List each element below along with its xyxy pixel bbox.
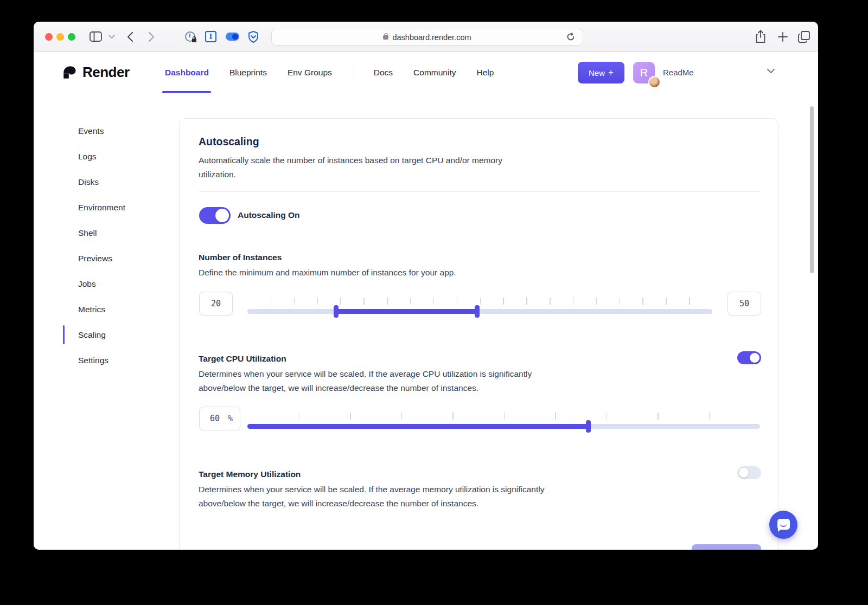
service-sidebar: EventsLogsDisksEnvironmentShellPreviewsJ… (34, 93, 179, 550)
url-text: dashboard.render.com (392, 33, 471, 42)
sidebar-item-label: Jobs (78, 279, 96, 289)
nav-item-dashboard[interactable]: Dashboard (165, 68, 209, 78)
brand-name: Render (82, 64, 130, 81)
forward-icon[interactable] (148, 31, 155, 42)
new-tab-icon[interactable] (777, 31, 788, 42)
render-logo[interactable]: Render (62, 64, 130, 81)
sidebar-item-label: Shell (78, 228, 97, 238)
instances-slider-ticks (247, 298, 712, 305)
sidebar-item-label: Disks (78, 177, 99, 187)
sidebar-item-disks[interactable]: Disks (34, 169, 179, 195)
browser-toolbar: I dashboard.render.com (34, 22, 818, 52)
onepassword-icon[interactable] (185, 31, 195, 42)
instances-slider-fill (336, 309, 477, 314)
chat-widget-button[interactable] (769, 511, 797, 539)
instances-label: Number of Instances (199, 253, 282, 262)
sidebar-item-logs[interactable]: Logs (34, 144, 179, 169)
page-scrollbar[interactable] (810, 106, 814, 273)
app-header: Render Dashboard Blueprints Env Groups D… (34, 52, 818, 93)
sidebar-item-shell[interactable]: Shell (34, 220, 179, 246)
page-subtitle: Automatically scale the number of instan… (199, 153, 519, 182)
sidebar-item-label: Events (78, 126, 104, 136)
cpu-target-input[interactable]: 60 % (199, 407, 240, 430)
cpu-label: Target CPU Utilization (199, 354, 286, 364)
workspace-name: ReadMe (663, 68, 694, 77)
address-bar[interactable]: dashboard.render.com (271, 29, 583, 46)
sidebar-item-metrics[interactable]: Metrics (34, 297, 179, 322)
sidebar-item-label: Metrics (78, 305, 105, 314)
account-chevron-down-icon[interactable] (767, 69, 775, 74)
sidebar-item-scaling[interactable]: Scaling (34, 322, 179, 347)
save-changes-button[interactable]: Save Changes (692, 544, 761, 550)
shield-icon[interactable] (247, 30, 259, 43)
max-instances-input[interactable]: 50 (727, 292, 761, 316)
nav-active-underline (162, 91, 211, 93)
plus-icon: + (608, 67, 614, 78)
reload-icon[interactable] (566, 33, 575, 41)
autoscaling-toggle[interactable] (199, 207, 231, 224)
sidebar-item-label: Scaling (78, 330, 106, 340)
sidebar-item-label: Settings (78, 356, 108, 365)
percent-unit: % (228, 414, 233, 423)
nav-divider (354, 65, 354, 81)
cpu-description: Determines when your service will be sca… (199, 367, 578, 395)
sidebar-item-events[interactable]: Events (34, 118, 179, 144)
min-instances-input[interactable]: 20 (199, 292, 233, 316)
sidebar-item-label: Environment (78, 203, 125, 213)
cpu-slider-ticks (247, 413, 760, 420)
nav-item-docs[interactable]: Docs (374, 68, 393, 78)
sidebar-item-settings[interactable]: Settings (34, 347, 179, 373)
nav-item-env-groups[interactable]: Env Groups (288, 68, 332, 78)
memory-label: Target Memory Utilization (199, 469, 301, 479)
zoom-window-button[interactable] (68, 33, 75, 41)
nav-item-blueprints[interactable]: Blueprints (229, 68, 267, 78)
chat-bubble-icon (777, 519, 790, 530)
autoscaling-toggle-label: Autoscaling On (238, 210, 300, 220)
nav-item-community[interactable]: Community (413, 68, 456, 78)
new-button[interactable]: New + (578, 62, 624, 83)
instances-range-slider[interactable] (247, 309, 712, 314)
render-logo-icon (62, 65, 77, 80)
active-indicator (63, 325, 65, 344)
cpu-slider[interactable] (247, 424, 760, 429)
sidebar-item-label: Logs (78, 152, 97, 162)
toolbar-chevron-down-icon[interactable] (108, 35, 115, 39)
cpu-toggle[interactable] (737, 351, 761, 364)
minimize-window-button[interactable] (56, 33, 64, 41)
primary-nav: Dashboard Blueprints Env Groups Docs Com… (165, 52, 494, 93)
tabs-icon[interactable] (797, 30, 810, 43)
nav-item-help[interactable]: Help (476, 68, 494, 78)
share-icon[interactable] (755, 30, 766, 44)
page-title: Autoscaling (199, 136, 259, 148)
reader-icon[interactable]: I (205, 31, 216, 42)
memory-toggle[interactable] (737, 466, 761, 479)
user-photo-avatar[interactable] (648, 76, 661, 88)
memory-description: Determines when your service will be sca… (199, 482, 578, 511)
sidebar-item-environment[interactable]: Environment (34, 195, 179, 220)
browser-window: I dashboard.render.com (34, 22, 818, 550)
divider (199, 191, 761, 192)
cpu-slider-handle[interactable] (586, 420, 591, 433)
sidebar-item-jobs[interactable]: Jobs (34, 271, 179, 297)
instances-description: Define the minimum and maximum number of… (199, 266, 456, 280)
cpu-slider-fill (247, 424, 588, 429)
instances-slider-max-handle[interactable] (475, 305, 480, 318)
autoscaling-panel: Autoscaling Automatically scale the numb… (179, 118, 778, 550)
close-window-button[interactable] (45, 33, 53, 41)
sidebar-list: EventsLogsDisksEnvironmentShellPreviewsJ… (34, 93, 179, 373)
sidebar-icon[interactable] (90, 31, 103, 42)
instances-slider-min-handle[interactable] (334, 305, 339, 318)
back-icon[interactable] (127, 31, 133, 42)
sidebar-item-label: Previews (78, 254, 112, 263)
sidebar-item-previews[interactable]: Previews (34, 246, 179, 271)
extension-toggle-icon[interactable] (226, 33, 239, 41)
lock-icon (383, 35, 388, 40)
